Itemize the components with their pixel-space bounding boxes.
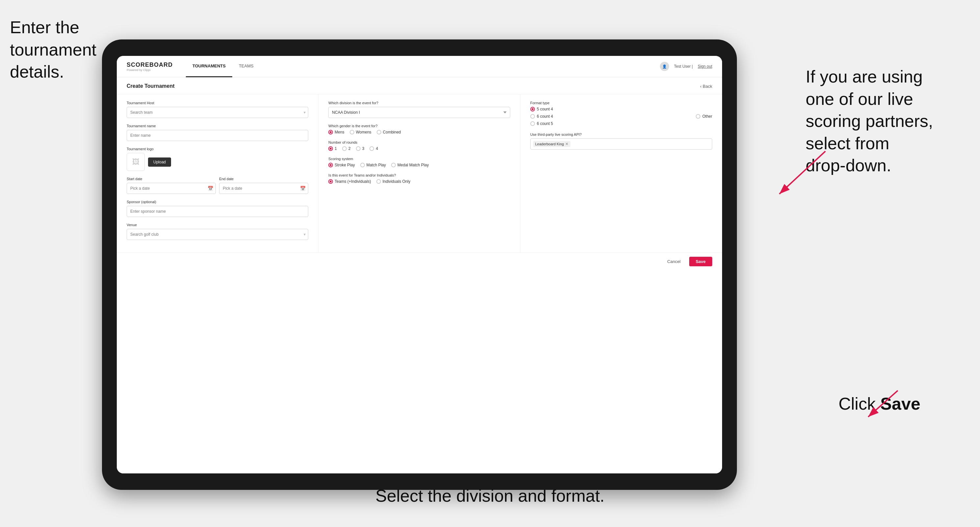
scoring-medal-label: Medal Match Play	[398, 163, 429, 167]
end-date-input[interactable]	[219, 183, 308, 194]
team-individuals[interactable]: Individuals Only	[376, 179, 410, 184]
sponsor-group: Sponsor (optional)	[127, 200, 308, 217]
rounds-1-label: 1	[334, 146, 337, 151]
scoring-match[interactable]: Match Play	[360, 163, 386, 167]
gender-womens-label: Womens	[356, 130, 371, 135]
format-6count5[interactable]: 6 count 5	[530, 121, 553, 126]
live-scoring-tag-input[interactable]: Leaderboard King ✕	[530, 138, 712, 149]
nav-teams[interactable]: TEAMS	[232, 56, 260, 77]
radio-circle-r4	[369, 146, 374, 151]
live-scoring-label: Use third-party live scoring API?	[530, 132, 712, 137]
annotation-click-label: Click	[838, 394, 880, 413]
sponsor-input[interactable]	[127, 206, 308, 217]
save-button[interactable]: Save	[689, 257, 712, 266]
radio-circle-combined	[377, 130, 381, 135]
tag-close-icon[interactable]: ✕	[565, 142, 568, 146]
tournament-host-input[interactable]	[127, 107, 308, 118]
search-icon-host: ▾	[304, 110, 305, 115]
rounds-4[interactable]: 4	[369, 146, 378, 151]
brand-sub: Powered by Clippi	[127, 68, 173, 71]
form-col-1: Tournament Host ▾ Tournament name Tourna…	[117, 94, 318, 252]
nav-tournaments[interactable]: TOURNAMENTS	[186, 56, 232, 77]
sponsor-label: Sponsor (optional)	[127, 200, 308, 204]
venue-label: Venue	[127, 223, 308, 227]
navbar-nav: TOURNAMENTS TEAMS	[186, 56, 660, 77]
end-date-label: End date	[219, 177, 308, 181]
gender-mens-label: Mens	[334, 130, 344, 135]
start-date-group: Start date 📅	[127, 177, 216, 194]
live-scoring-input-field[interactable]	[573, 142, 709, 146]
venue-group: Venue ▾	[127, 223, 308, 240]
rounds-4-label: 4	[376, 146, 378, 151]
radio-circle-stroke	[328, 163, 333, 167]
radio-circle-r1	[328, 146, 333, 151]
format-6count5-label: 6 count 5	[537, 121, 553, 126]
venue-search: ▾	[127, 229, 308, 240]
annotation-save-label: Save	[880, 394, 920, 413]
live-scoring-tag-value: Leaderboard King	[535, 142, 564, 146]
dates-group: Start date 📅 End date 📅	[127, 177, 308, 194]
cancel-button[interactable]: Cancel	[663, 257, 685, 266]
radio-circle-individuals	[376, 179, 381, 184]
end-date-group: End date 📅	[219, 177, 308, 194]
main-content: Create Tournament Back Tournament Host ▾	[117, 77, 722, 473]
radio-circle-6c5	[530, 121, 535, 126]
format-other-label: Other	[702, 114, 712, 119]
format-6count4[interactable]: 6 count 4	[530, 114, 553, 119]
rounds-2[interactable]: 2	[342, 146, 351, 151]
team-teams-label: Teams (+Individuals)	[334, 179, 371, 184]
format-5count4[interactable]: 5 count 4	[530, 107, 553, 111]
format-other[interactable]: Other	[696, 114, 712, 119]
gender-womens[interactable]: Womens	[350, 130, 371, 135]
rounds-3[interactable]: 3	[356, 146, 364, 151]
team-individuals-label: Individuals Only	[383, 179, 410, 184]
radio-circle-medal	[391, 163, 396, 167]
scoring-medal[interactable]: Medal Match Play	[391, 163, 429, 167]
user-label: Test User |	[674, 64, 693, 69]
division-select[interactable]: NCAA Division I	[328, 107, 510, 118]
scoring-label: Scoring system	[328, 157, 510, 161]
scoring-stroke[interactable]: Stroke Play	[328, 163, 355, 167]
live-scoring-group: Use third-party live scoring API? Leader…	[530, 132, 712, 149]
scoring-radio-group: Stroke Play Match Play Medal Match Play	[328, 163, 510, 167]
start-date-input[interactable]	[127, 183, 216, 194]
rounds-1[interactable]: 1	[328, 146, 337, 151]
radio-circle-mens	[328, 130, 333, 135]
scoring-group: Scoring system Stroke Play Match Play	[328, 157, 510, 167]
radio-circle-match	[360, 163, 365, 167]
tournament-host-search: ▾	[127, 107, 308, 118]
back-link[interactable]: Back	[700, 84, 712, 89]
gender-mens[interactable]: Mens	[328, 130, 344, 135]
rounds-2-label: 2	[348, 146, 351, 151]
tournament-logo-group: Tournament logo 🖼 Upload	[127, 147, 308, 171]
chevron-down-icon-venue: ▾	[304, 232, 305, 237]
upload-button[interactable]: Upload	[148, 157, 171, 167]
form-footer: Cancel Save	[117, 252, 722, 270]
scoring-stroke-label: Stroke Play	[334, 163, 355, 167]
format-6count4-label: 6 count 4	[537, 114, 553, 119]
gender-label: Which gender is the event for?	[328, 124, 510, 128]
team-label: Is this event for Teams and/or Individua…	[328, 173, 510, 177]
gender-combined[interactable]: Combined	[377, 130, 401, 135]
rounds-label: Number of rounds	[328, 140, 510, 144]
radio-circle-r3	[356, 146, 361, 151]
tournament-name-input[interactable]	[127, 130, 308, 141]
navbar-right: 👤 Test User | Sign out	[660, 62, 712, 71]
gender-combined-label: Combined	[383, 130, 401, 135]
radio-circle-6c4	[530, 114, 535, 119]
annotation-top-right-text: If you are usingone of our livescoring p…	[806, 67, 933, 175]
tournament-host-group: Tournament Host ▾	[127, 101, 308, 118]
annotation-bottom-right: Click Save	[838, 393, 964, 415]
logo-placeholder: 🖼	[127, 153, 145, 171]
venue-input[interactable]	[127, 229, 308, 240]
gender-radio-group: Mens Womens Combined	[328, 130, 510, 135]
end-date-field: 📅	[219, 183, 308, 194]
form-body: Tournament Host ▾ Tournament name Tourna…	[117, 94, 722, 252]
form-title: Create Tournament	[127, 83, 175, 89]
sign-out-link[interactable]: Sign out	[698, 64, 712, 69]
format-right: Other	[696, 114, 712, 119]
annotation-top-right: If you are usingone of our livescoring p…	[806, 66, 964, 177]
team-teams[interactable]: Teams (+Individuals)	[328, 179, 371, 184]
tablet-frame: SCOREBOARD Powered by Clippi TOURNAMENTS…	[102, 40, 737, 490]
form-col-3: Format type 5 count 4 6 count 4	[520, 94, 722, 252]
